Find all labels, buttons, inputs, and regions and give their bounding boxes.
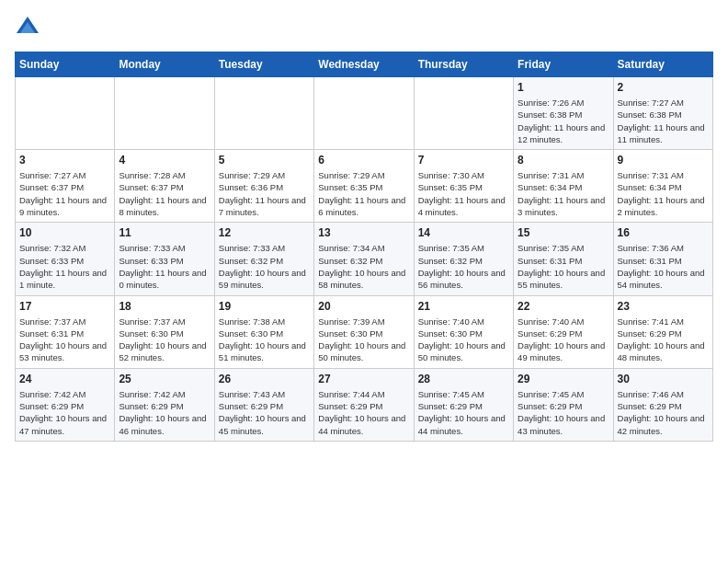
logo bbox=[15, 15, 44, 40]
day-info: Sunrise: 7:34 AMSunset: 6:32 PMDaylight:… bbox=[318, 242, 409, 291]
calendar-table: SundayMondayTuesdayWednesdayThursdayFrid… bbox=[15, 52, 713, 442]
day-cell: 28Sunrise: 7:45 AMSunset: 6:29 PMDayligh… bbox=[414, 368, 513, 441]
day-cell: 16Sunrise: 7:36 AMSunset: 6:31 PMDayligh… bbox=[613, 223, 712, 295]
day-cell: 18Sunrise: 7:37 AMSunset: 6:30 PMDayligh… bbox=[115, 295, 214, 368]
day-number: 18 bbox=[119, 300, 210, 313]
day-cell: 30Sunrise: 7:46 AMSunset: 6:29 PMDayligh… bbox=[613, 368, 712, 441]
day-info: Sunrise: 7:39 AMSunset: 6:30 PMDaylight:… bbox=[318, 316, 409, 364]
day-cell: 20Sunrise: 7:39 AMSunset: 6:30 PMDayligh… bbox=[314, 295, 414, 368]
day-number: 2 bbox=[618, 81, 709, 94]
day-cell: 26Sunrise: 7:43 AMSunset: 6:29 PMDayligh… bbox=[214, 368, 313, 441]
week-row-1: 1Sunrise: 7:26 AMSunset: 6:38 PMDaylight… bbox=[16, 77, 713, 150]
day-cell: 13Sunrise: 7:34 AMSunset: 6:32 PMDayligh… bbox=[314, 223, 414, 295]
day-info: Sunrise: 7:37 AMSunset: 6:30 PMDaylight:… bbox=[119, 316, 210, 364]
day-info: Sunrise: 7:27 AMSunset: 6:38 PMDaylight:… bbox=[618, 97, 709, 145]
day-number: 10 bbox=[19, 226, 110, 239]
day-cell: 24Sunrise: 7:42 AMSunset: 6:29 PMDayligh… bbox=[16, 368, 115, 441]
column-header-tuesday: Tuesday bbox=[214, 52, 313, 77]
day-number: 27 bbox=[318, 373, 409, 385]
day-info: Sunrise: 7:40 AMSunset: 6:30 PMDaylight:… bbox=[418, 316, 509, 364]
day-number: 8 bbox=[518, 154, 609, 167]
day-cell: 2Sunrise: 7:27 AMSunset: 6:38 PMDaylight… bbox=[613, 77, 712, 150]
column-header-thursday: Thursday bbox=[414, 52, 513, 77]
day-info: Sunrise: 7:44 AMSunset: 6:29 PMDaylight:… bbox=[318, 388, 409, 437]
day-number: 14 bbox=[418, 226, 509, 239]
day-info: Sunrise: 7:38 AMSunset: 6:30 PMDaylight:… bbox=[219, 316, 310, 364]
column-header-monday: Monday bbox=[115, 52, 214, 77]
day-cell bbox=[414, 77, 513, 150]
day-cell: 22Sunrise: 7:40 AMSunset: 6:29 PMDayligh… bbox=[514, 295, 613, 368]
day-cell: 27Sunrise: 7:44 AMSunset: 6:29 PMDayligh… bbox=[314, 368, 414, 441]
day-cell: 25Sunrise: 7:42 AMSunset: 6:29 PMDayligh… bbox=[115, 368, 214, 441]
day-cell: 29Sunrise: 7:45 AMSunset: 6:29 PMDayligh… bbox=[514, 368, 613, 441]
day-number: 19 bbox=[219, 300, 310, 313]
day-info: Sunrise: 7:42 AMSunset: 6:29 PMDaylight:… bbox=[119, 388, 210, 437]
day-cell: 21Sunrise: 7:40 AMSunset: 6:30 PMDayligh… bbox=[414, 295, 513, 368]
day-number: 16 bbox=[618, 226, 709, 239]
day-number: 26 bbox=[219, 373, 310, 385]
day-number: 15 bbox=[518, 226, 609, 239]
day-info: Sunrise: 7:37 AMSunset: 6:31 PMDaylight:… bbox=[19, 316, 110, 364]
day-cell: 6Sunrise: 7:29 AMSunset: 6:35 PMDaylight… bbox=[314, 150, 414, 223]
day-info: Sunrise: 7:45 AMSunset: 6:29 PMDaylight:… bbox=[518, 388, 609, 437]
column-header-sunday: Sunday bbox=[16, 52, 115, 77]
column-header-friday: Friday bbox=[514, 52, 613, 77]
day-cell: 10Sunrise: 7:32 AMSunset: 6:33 PMDayligh… bbox=[16, 223, 115, 295]
day-number: 24 bbox=[19, 373, 110, 385]
day-number: 17 bbox=[19, 300, 110, 313]
week-row-5: 24Sunrise: 7:42 AMSunset: 6:29 PMDayligh… bbox=[16, 368, 713, 441]
day-number: 4 bbox=[119, 154, 210, 167]
day-number: 25 bbox=[119, 373, 210, 385]
day-info: Sunrise: 7:35 AMSunset: 6:32 PMDaylight:… bbox=[418, 242, 509, 291]
day-info: Sunrise: 7:30 AMSunset: 6:35 PMDaylight:… bbox=[418, 169, 509, 218]
day-number: 20 bbox=[318, 300, 409, 313]
day-info: Sunrise: 7:28 AMSunset: 6:37 PMDaylight:… bbox=[119, 169, 210, 218]
day-number: 22 bbox=[518, 300, 609, 313]
day-number: 5 bbox=[219, 154, 310, 167]
day-cell bbox=[214, 77, 313, 150]
day-number: 21 bbox=[418, 300, 509, 313]
day-info: Sunrise: 7:29 AMSunset: 6:36 PMDaylight:… bbox=[219, 169, 310, 218]
header-row: SundayMondayTuesdayWednesdayThursdayFrid… bbox=[16, 52, 713, 77]
column-header-saturday: Saturday bbox=[613, 52, 712, 77]
day-cell bbox=[16, 77, 115, 150]
day-cell: 11Sunrise: 7:33 AMSunset: 6:33 PMDayligh… bbox=[115, 223, 214, 295]
week-row-2: 3Sunrise: 7:27 AMSunset: 6:37 PMDaylight… bbox=[16, 150, 713, 223]
day-info: Sunrise: 7:33 AMSunset: 6:32 PMDaylight:… bbox=[219, 242, 310, 291]
day-cell: 9Sunrise: 7:31 AMSunset: 6:34 PMDaylight… bbox=[613, 150, 712, 223]
day-info: Sunrise: 7:26 AMSunset: 6:38 PMDaylight:… bbox=[518, 97, 609, 145]
day-number: 3 bbox=[19, 154, 110, 167]
day-info: Sunrise: 7:42 AMSunset: 6:29 PMDaylight:… bbox=[19, 388, 110, 437]
week-row-3: 10Sunrise: 7:32 AMSunset: 6:33 PMDayligh… bbox=[16, 223, 713, 295]
page-header bbox=[15, 15, 713, 40]
calendar-body: 1Sunrise: 7:26 AMSunset: 6:38 PMDaylight… bbox=[16, 77, 713, 442]
day-number: 28 bbox=[418, 373, 509, 385]
day-cell: 19Sunrise: 7:38 AMSunset: 6:30 PMDayligh… bbox=[214, 295, 313, 368]
day-info: Sunrise: 7:41 AMSunset: 6:29 PMDaylight:… bbox=[618, 316, 709, 364]
day-info: Sunrise: 7:29 AMSunset: 6:35 PMDaylight:… bbox=[318, 169, 409, 218]
day-info: Sunrise: 7:46 AMSunset: 6:29 PMDaylight:… bbox=[618, 388, 709, 437]
day-info: Sunrise: 7:31 AMSunset: 6:34 PMDaylight:… bbox=[618, 169, 709, 218]
day-info: Sunrise: 7:32 AMSunset: 6:33 PMDaylight:… bbox=[19, 242, 110, 291]
day-cell: 1Sunrise: 7:26 AMSunset: 6:38 PMDaylight… bbox=[514, 77, 613, 150]
day-cell: 4Sunrise: 7:28 AMSunset: 6:37 PMDaylight… bbox=[115, 150, 214, 223]
day-cell: 3Sunrise: 7:27 AMSunset: 6:37 PMDaylight… bbox=[16, 150, 115, 223]
day-number: 29 bbox=[518, 373, 609, 385]
day-cell: 8Sunrise: 7:31 AMSunset: 6:34 PMDaylight… bbox=[514, 150, 613, 223]
day-info: Sunrise: 7:35 AMSunset: 6:31 PMDaylight:… bbox=[518, 242, 609, 291]
day-number: 6 bbox=[318, 154, 409, 167]
day-number: 23 bbox=[618, 300, 709, 313]
day-cell: 15Sunrise: 7:35 AMSunset: 6:31 PMDayligh… bbox=[514, 223, 613, 295]
day-info: Sunrise: 7:45 AMSunset: 6:29 PMDaylight:… bbox=[418, 388, 509, 437]
day-number: 9 bbox=[618, 154, 709, 167]
day-cell: 17Sunrise: 7:37 AMSunset: 6:31 PMDayligh… bbox=[16, 295, 115, 368]
day-cell: 23Sunrise: 7:41 AMSunset: 6:29 PMDayligh… bbox=[613, 295, 712, 368]
day-number: 1 bbox=[518, 81, 609, 94]
day-number: 12 bbox=[219, 226, 310, 239]
day-info: Sunrise: 7:31 AMSunset: 6:34 PMDaylight:… bbox=[518, 169, 609, 218]
day-number: 30 bbox=[618, 373, 709, 385]
logo-icon bbox=[15, 15, 40, 40]
day-number: 11 bbox=[119, 226, 210, 239]
day-cell: 7Sunrise: 7:30 AMSunset: 6:35 PMDaylight… bbox=[414, 150, 513, 223]
day-number: 13 bbox=[318, 226, 409, 239]
